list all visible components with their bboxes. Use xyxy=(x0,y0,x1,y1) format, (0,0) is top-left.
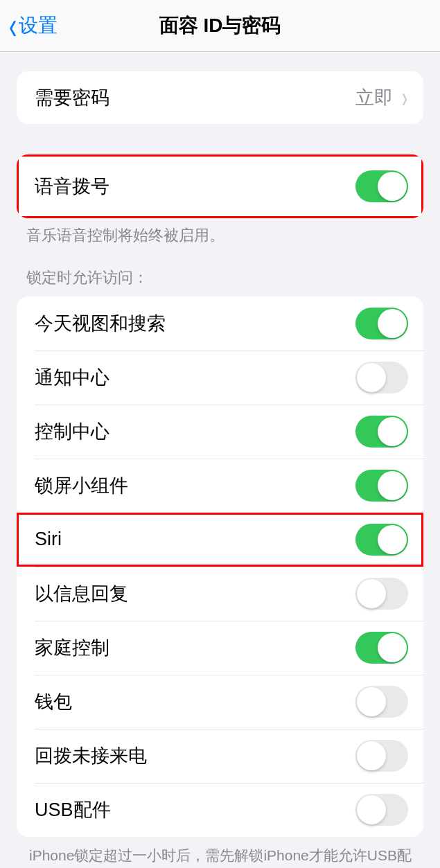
require-passcode-label: 需要密码 xyxy=(35,85,355,110)
voice-dial-toggle[interactable] xyxy=(355,170,408,202)
lock-access-label: 今天视图和搜索 xyxy=(35,311,355,336)
lock-access-label: 控制中心 xyxy=(35,419,355,444)
lock-access-toggle[interactable] xyxy=(355,308,408,339)
voice-dial-row[interactable]: 语音拨号 xyxy=(17,154,423,218)
lock-access-row[interactable]: 通知中心 xyxy=(17,351,423,405)
lock-access-toggle[interactable] xyxy=(355,362,408,393)
lock-access-label: USB配件 xyxy=(35,797,355,822)
voice-dial-group: 语音拨号 xyxy=(17,154,423,218)
lock-access-label: 钱包 xyxy=(35,689,355,714)
lock-access-row[interactable]: 控制中心 xyxy=(17,405,423,459)
lock-access-header: 锁定时允许访问： xyxy=(26,267,423,288)
lock-access-label: 锁屏小组件 xyxy=(35,473,355,498)
lock-access-toggle[interactable] xyxy=(355,740,408,772)
passcode-group: 需要密码 立即 › xyxy=(17,71,423,124)
lock-access-toggle[interactable] xyxy=(355,578,408,610)
header-bar: ‹ 设置 面容 ID与密码 xyxy=(0,0,440,52)
lock-access-group: 今天视图和搜索通知中心控制中心锁屏小组件Siri以信息回复家庭控制钱包回拨未接来… xyxy=(17,296,423,837)
chevron-left-icon: ‹ xyxy=(9,4,17,48)
lock-access-label: 通知中心 xyxy=(35,365,355,390)
voice-dial-label: 语音拨号 xyxy=(35,174,355,199)
lock-access-toggle[interactable] xyxy=(355,416,408,448)
lock-access-toggle[interactable] xyxy=(355,794,408,826)
lock-access-row[interactable]: 锁屏小组件 xyxy=(17,459,423,513)
back-label: 设置 xyxy=(19,12,58,39)
lock-access-row[interactable]: 以信息回复 xyxy=(17,567,423,621)
lock-access-row[interactable]: 家庭控制 xyxy=(17,621,423,675)
voice-dial-hint: 音乐语音控制将始终被启用。 xyxy=(26,225,423,247)
lock-access-row[interactable]: 回拨未接来电 xyxy=(17,729,423,783)
lock-access-row[interactable]: 钱包 xyxy=(17,675,423,729)
page-title: 面容 ID与密码 xyxy=(159,12,281,39)
back-button[interactable]: ‹ 设置 xyxy=(0,10,58,42)
require-passcode-row[interactable]: 需要密码 立即 › xyxy=(17,71,423,124)
lock-access-row[interactable]: 今天视图和搜索 xyxy=(17,296,423,351)
lock-access-label: 回拨未接来电 xyxy=(35,743,355,768)
lock-access-toggle[interactable] xyxy=(355,470,408,502)
chevron-right-icon: › xyxy=(402,81,407,114)
lock-access-toggle[interactable] xyxy=(355,524,408,556)
require-passcode-value: 立即 xyxy=(355,85,393,110)
lock-access-toggle[interactable] xyxy=(355,686,408,718)
lock-access-toggle[interactable] xyxy=(355,632,408,664)
usb-footer-hint: iPhone锁定超过一小时后，需先解锁iPhone才能允许USB配件连接。 xyxy=(29,845,423,868)
lock-access-label: 家庭控制 xyxy=(35,635,355,660)
lock-access-label: Siri xyxy=(35,529,355,550)
lock-access-row[interactable]: USB配件 xyxy=(17,783,423,837)
lock-access-label: 以信息回复 xyxy=(35,581,355,606)
lock-access-row[interactable]: Siri xyxy=(17,513,423,567)
